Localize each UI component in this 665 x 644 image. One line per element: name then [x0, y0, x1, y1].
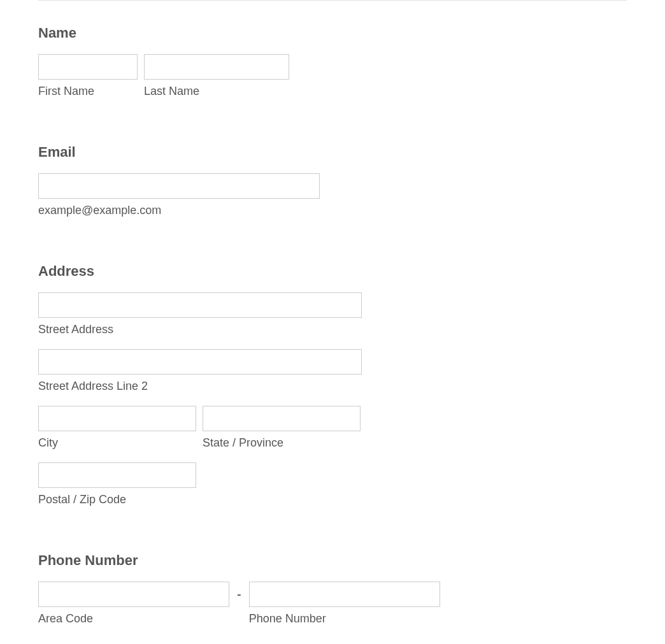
- phone-section: Phone Number Area Code - Phone Number: [38, 552, 627, 626]
- phone-heading: Phone Number: [38, 552, 627, 569]
- phone-separator: -: [236, 582, 243, 607]
- postal-input[interactable]: [38, 462, 196, 488]
- email-section: Email example@example.com: [38, 144, 627, 217]
- area-code-label: Area Code: [38, 612, 229, 626]
- name-row: First Name Last Name: [38, 54, 627, 98]
- street-address-2-label: Street Address Line 2: [38, 380, 362, 393]
- phone-number-group: Phone Number: [249, 582, 440, 626]
- email-input[interactable]: [38, 173, 320, 199]
- street-address-label: Street Address: [38, 323, 362, 336]
- phone-number-input[interactable]: [249, 582, 440, 607]
- email-label: example@example.com: [38, 204, 320, 217]
- street-address-input[interactable]: [38, 292, 362, 318]
- first-name-input[interactable]: [38, 54, 138, 80]
- phone-row: Area Code - Phone Number: [38, 582, 627, 626]
- name-heading: Name: [38, 25, 627, 41]
- last-name-label: Last Name: [144, 85, 289, 98]
- street-address-2-input[interactable]: [38, 349, 362, 375]
- city-state-row: City State / Province: [38, 406, 627, 450]
- last-name-group: Last Name: [144, 54, 289, 98]
- first-name-label: First Name: [38, 85, 138, 98]
- street2-group: Street Address Line 2: [38, 349, 362, 393]
- area-code-input[interactable]: [38, 582, 229, 607]
- postal-label: Postal / Zip Code: [38, 493, 196, 506]
- postal-row: Postal / Zip Code: [38, 462, 627, 506]
- address-section: Address Street Address Street Address Li…: [38, 263, 627, 506]
- postal-group: Postal / Zip Code: [38, 462, 196, 506]
- city-input[interactable]: [38, 406, 196, 431]
- email-row: example@example.com: [38, 173, 627, 217]
- state-group: State / Province: [203, 406, 361, 450]
- first-name-group: First Name: [38, 54, 138, 98]
- city-group: City: [38, 406, 196, 450]
- form-container: Name First Name Last Name Email example@…: [0, 0, 665, 626]
- state-input[interactable]: [203, 406, 361, 431]
- area-code-group: Area Code: [38, 582, 229, 626]
- email-group: example@example.com: [38, 173, 320, 217]
- last-name-input[interactable]: [144, 54, 289, 80]
- top-divider: [38, 0, 627, 1]
- street2-row: Street Address Line 2: [38, 349, 627, 393]
- street1-group: Street Address: [38, 292, 362, 336]
- phone-number-label: Phone Number: [249, 612, 440, 626]
- address-heading: Address: [38, 263, 627, 280]
- street1-row: Street Address: [38, 292, 627, 336]
- email-heading: Email: [38, 144, 627, 161]
- state-label: State / Province: [203, 436, 361, 450]
- city-label: City: [38, 436, 196, 450]
- name-section: Name First Name Last Name: [38, 25, 627, 98]
